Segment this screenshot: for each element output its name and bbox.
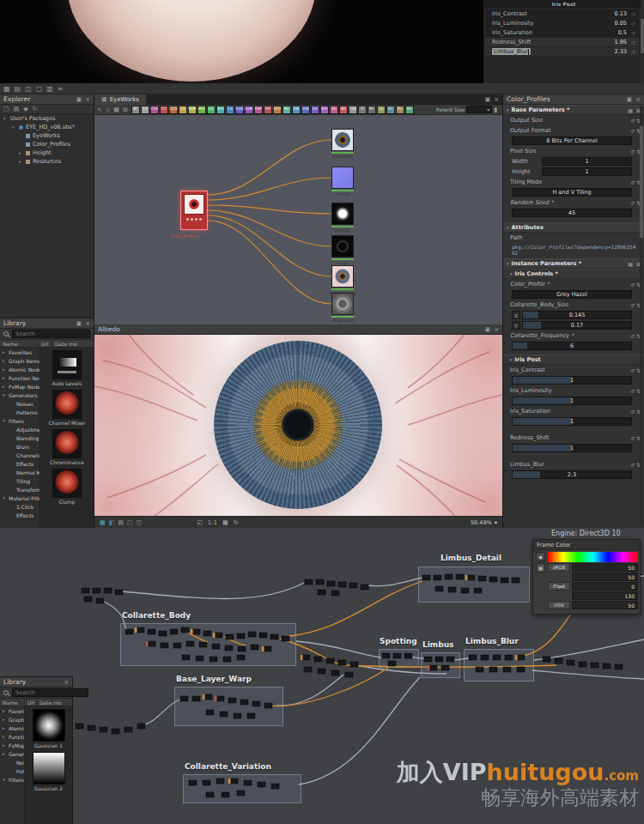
close-icon[interactable]: ×: [85, 96, 90, 103]
param-row[interactable]: Redness_Shift 1.95 ↺: [485, 38, 639, 46]
pattern-icon[interactable]: ▦: [536, 563, 545, 573]
close-icon[interactable]: ×: [85, 320, 90, 327]
output-node[interactable]: basecolor: [331, 129, 354, 159]
library-category[interactable]: Blurs: [0, 442, 39, 451]
library-category[interactable]: ▸ Function Nodes: [0, 732, 24, 741]
search-input[interactable]: [12, 688, 88, 697]
toolbar-icon[interactable]: ≡: [58, 85, 64, 93]
tiling-mode-select[interactable]: H and V Tiling: [512, 188, 632, 197]
toolbar-icon[interactable]: ◫: [25, 85, 32, 93]
library-item[interactable]: Clamp: [40, 466, 94, 506]
graph-tool-icon[interactable]: ⊞: [123, 106, 128, 113]
node-palette-button[interactable]: Tr: [358, 106, 367, 114]
close-icon[interactable]: ×: [494, 96, 499, 103]
node-palette-button[interactable]: Sp: [377, 106, 386, 114]
node-palette-button[interactable]: HSL: [197, 106, 206, 114]
param-value[interactable]: 0.5: [592, 29, 627, 36]
parent-size-dropdown[interactable]: ▾: [466, 106, 492, 113]
node-palette-button[interactable]: No: [283, 106, 291, 114]
library-columns[interactable]: Name Url Date mo: [0, 340, 94, 348]
explorer-tool-icon[interactable]: ◆: [23, 106, 27, 112]
maximize-icon[interactable]: ▣: [485, 96, 491, 103]
scrollbar[interactable]: [641, 0, 644, 83]
expand-arrow-icon[interactable]: ▸: [3, 725, 7, 730]
color-value-slider[interactable]: 130: [572, 591, 638, 600]
library-category[interactable]: Noises: [0, 399, 39, 408]
param-row[interactable]: Iris_Contrast 0.13 ↺: [485, 9, 639, 18]
zoom-control[interactable]: 50.49%▾: [471, 519, 497, 526]
explorer-tool-icon[interactable]: ▤: [14, 106, 20, 112]
node-graph-canvas[interactable]: Color_Profiles basecolor normal opacity …: [94, 115, 502, 324]
node-palette-button[interactable]: CC: [160, 106, 168, 114]
color-value-slider[interactable]: 50: [572, 563, 638, 572]
library-category[interactable]: Channels: [0, 451, 39, 459]
section-instance-parameters[interactable]: ▾Instance Parameters *▦≡: [503, 258, 644, 269]
node-palette-button[interactable]: DB: [292, 106, 301, 114]
node-palette-button[interactable]: GrD: [273, 106, 282, 114]
output-format-row[interactable]: Output Format↺⇅: [503, 125, 644, 136]
section-attributes[interactable]: ▾Attributes: [503, 222, 644, 233]
expand-arrow-icon[interactable]: ▸: [3, 349, 7, 354]
library-item[interactable]: Gaussian 2: [25, 749, 72, 792]
library-category[interactable]: Patterns: [0, 766, 24, 775]
albedo-texture-view[interactable]: [94, 335, 502, 516]
output-node[interactable]: opacity: [331, 203, 354, 233]
expand-arrow-icon[interactable]: ▸: [3, 367, 7, 372]
height-field[interactable]: 1: [542, 167, 632, 176]
color-profiles-node[interactable]: [180, 191, 208, 230]
tree-item[interactable]: Color_Profiles: [0, 140, 94, 148]
section-iris-post[interactable]: ▾Iris Post: [503, 354, 644, 365]
toolbar-icon[interactable]: ▤: [15, 85, 21, 93]
library-category[interactable]: Patterns: [0, 408, 39, 416]
library-category[interactable]: Noises: [0, 758, 24, 766]
library-category[interactable]: ▸ Graph Items: [0, 715, 24, 724]
section-iris-controls[interactable]: ▾Iris Controls *: [503, 269, 644, 279]
viewer-zoom-tool-icon[interactable]: ▦: [222, 519, 228, 526]
reset-icon[interactable]: ↺: [627, 11, 635, 17]
hue-spectrum[interactable]: [548, 552, 638, 562]
param-value[interactable]: 1.95: [592, 39, 627, 45]
node-palette-button[interactable]: T2D: [349, 106, 357, 114]
node-palette-button[interactable]: PxP: [254, 106, 263, 114]
library-category[interactable]: Normal Map: [0, 468, 39, 476]
pixel-size-row[interactable]: Pixel Size↺⇅: [503, 146, 644, 156]
packages-root[interactable]: ▾User's Packages: [0, 114, 94, 123]
iris-contrast-row[interactable]: Iris_Contrast↺⇅: [503, 365, 644, 375]
collarette-frequency-row[interactable]: Collarette_Frequency *↺⇅: [503, 330, 644, 341]
tiling-mode-row[interactable]: Tiling Mode↺⇅: [503, 177, 644, 187]
library-category[interactable]: Tiling: [0, 476, 39, 485]
maximize-icon[interactable]: ▣: [76, 96, 82, 103]
library-category[interactable]: Effects: [0, 459, 39, 468]
maximize-icon[interactable]: ▣: [485, 326, 491, 333]
explorer-tool-icon[interactable]: ▢: [3, 106, 9, 112]
node-palette-button[interactable]: CCG: [169, 106, 178, 114]
collarette-frequency-slider[interactable]: 6: [512, 342, 632, 350]
toolbar-icon[interactable]: ▦: [3, 85, 10, 93]
node-palette-button[interactable]: Bm: [216, 106, 225, 114]
color-mode-button[interactable]: Float: [548, 582, 570, 591]
node-palette-button[interactable]: SVG: [235, 106, 244, 114]
node-palette-button[interactable]: DW: [301, 106, 310, 114]
node-palette-button[interactable]: Pn: [396, 106, 404, 114]
collarette-body-size-row[interactable]: Collarette_Body_Size↺⇅: [503, 300, 644, 310]
output-node[interactable]: roughness: [331, 293, 354, 323]
viewer-zoom-tool-icon[interactable]: 1:1: [208, 519, 217, 526]
library-category[interactable]: ▸ Function Nodes: [0, 373, 39, 382]
iris-contrast-slider[interactable]: 1: [512, 376, 632, 385]
library-category[interactable]: ▾ Filters: [0, 416, 39, 425]
graph-tool-icon[interactable]: ▦: [113, 106, 119, 113]
y-slider[interactable]: 0.17: [522, 321, 632, 330]
node-palette-button[interactable]: ChS: [150, 106, 159, 114]
node-palette-button[interactable]: Wr: [339, 106, 348, 114]
reset-icon[interactable]: ↺: [627, 39, 635, 45]
toolbar-icon[interactable]: ▢: [36, 85, 43, 93]
library-category[interactable]: ▾ Generators: [0, 391, 39, 399]
viewer-tool-icon[interactable]: ◧: [109, 519, 115, 526]
node-palette-button[interactable]: FxM: [245, 106, 253, 114]
expand-arrow-icon[interactable]: ▾: [3, 495, 7, 500]
expand-arrow-icon[interactable]: ▸: [3, 708, 7, 713]
viewer-tool-icon[interactable]: ◫: [137, 519, 143, 526]
param-row[interactable]: Iris_Saturation 0.5 ↺: [485, 28, 639, 37]
explorer-tool-icon[interactable]: ↻: [33, 106, 38, 112]
expand-arrow-icon[interactable]: ▾: [12, 124, 16, 130]
